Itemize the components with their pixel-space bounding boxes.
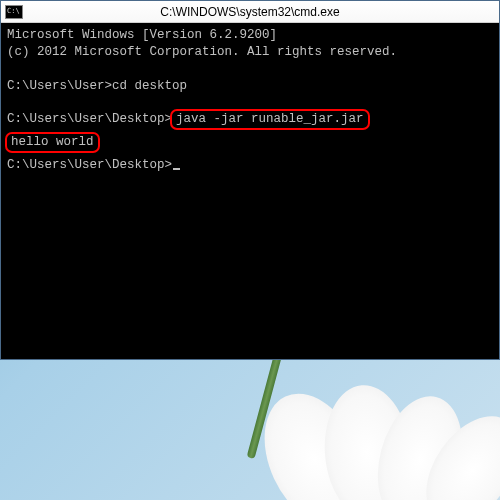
terminal-area[interactable]: Microsoft Windows [Version 6.2.9200] (c)… <box>1 23 499 359</box>
titlebar[interactable]: C:\WINDOWS\system32\cmd.exe <box>1 1 499 23</box>
prompt: C:\Users\User\Desktop> <box>7 158 172 172</box>
terminal-line: C:\Users\User\Desktop>java -jar runable_… <box>7 111 493 128</box>
cmd-icon <box>5 5 23 19</box>
terminal-line: (c) 2012 Microsoft Corporation. All righ… <box>7 44 493 61</box>
prompt: C:\Users\User\Desktop> <box>7 112 172 126</box>
cmd-window: C:\WINDOWS\system32\cmd.exe Microsoft Wi… <box>0 0 500 360</box>
prompt: C:\Users\User> <box>7 79 112 93</box>
terminal-line: C:\Users\User\Desktop> <box>7 157 493 174</box>
window-title: C:\WINDOWS\system32\cmd.exe <box>160 5 339 19</box>
highlighted-output: hello world <box>5 132 100 153</box>
terminal-line: C:\Users\User>cd desktop <box>7 78 493 95</box>
cursor <box>173 168 180 170</box>
terminal-blank <box>7 61 493 78</box>
command-text: cd desktop <box>112 79 187 93</box>
terminal-line: hello world <box>7 134 493 151</box>
desktop-wallpaper <box>240 340 500 500</box>
highlighted-command: java -jar runable_jar.jar <box>170 109 370 130</box>
terminal-line: Microsoft Windows [Version 6.2.9200] <box>7 27 493 44</box>
